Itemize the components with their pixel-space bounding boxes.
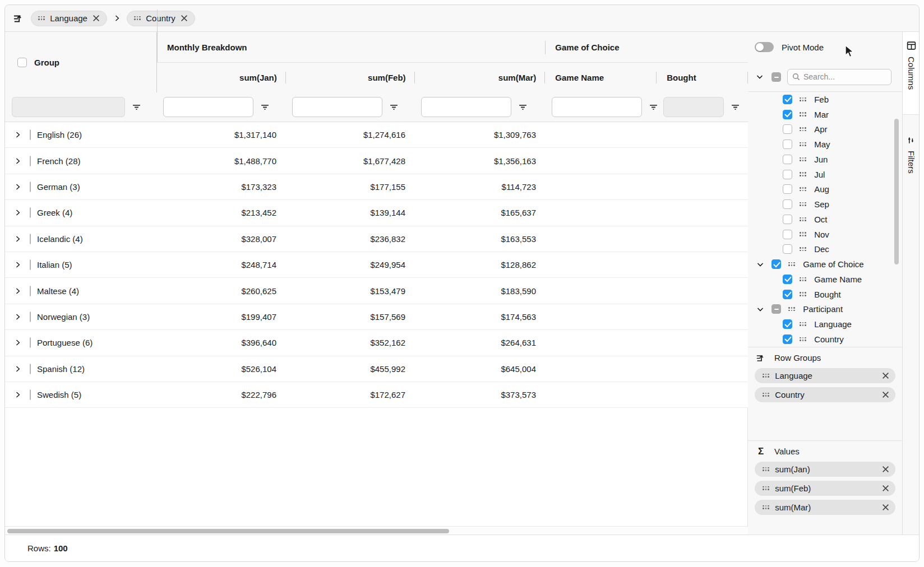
expand-chevron-icon[interactable] xyxy=(14,157,30,165)
drag-handle-icon[interactable] xyxy=(800,277,806,282)
drag-handle-icon[interactable] xyxy=(800,292,806,296)
checkbox-row-select[interactable] xyxy=(30,207,31,218)
horizontal-scrollbar-thumb[interactable] xyxy=(7,529,449,533)
select-all-checkbox[interactable] xyxy=(17,58,27,67)
column-tree-item-sep[interactable]: Sep xyxy=(748,197,902,212)
table-row[interactable]: Maltese (4)$260,625$153,479$183,590 xyxy=(5,278,748,304)
column-tree-item-jul[interactable]: Jul xyxy=(748,167,902,182)
checkbox-tree[interactable] xyxy=(783,275,792,284)
checkbox-tree[interactable] xyxy=(783,184,792,194)
column-tree-item-game-name[interactable]: Game Name xyxy=(748,272,902,287)
tree-expand-chevron-icon[interactable] xyxy=(756,260,765,269)
expand-chevron-icon[interactable] xyxy=(14,313,30,320)
checkbox-tree[interactable] xyxy=(783,199,792,209)
drag-handle-icon[interactable] xyxy=(800,217,806,222)
checkbox-tree[interactable] xyxy=(783,244,792,254)
drag-handle-icon[interactable] xyxy=(800,127,806,132)
filter-menu-icon[interactable] xyxy=(518,103,528,112)
drag-handle-icon[interactable] xyxy=(800,112,806,117)
drag-handle-icon[interactable] xyxy=(134,16,141,21)
checkbox-row-select[interactable] xyxy=(30,286,31,296)
checkbox-tree[interactable] xyxy=(783,170,792,179)
table-row[interactable]: Greek (4)$213,452$139,144$165,637 xyxy=(5,200,748,226)
checkbox-row-select[interactable] xyxy=(30,259,31,270)
value-chip-sum-jan-[interactable]: sum(Jan) xyxy=(755,462,895,477)
group-column-header[interactable]: Group xyxy=(5,32,156,92)
table-row[interactable]: Portuguese (6)$396,640$352,162$264,631 xyxy=(5,330,748,356)
expand-chevron-icon[interactable] xyxy=(14,183,30,190)
checkbox-tree[interactable] xyxy=(783,215,792,224)
filter-menu-icon[interactable] xyxy=(132,103,141,112)
column-header-game-name[interactable]: Game Name xyxy=(545,63,657,92)
checkbox-tree[interactable] xyxy=(783,110,792,119)
expand-chevron-icon[interactable] xyxy=(14,339,30,346)
checkbox-row-select[interactable] xyxy=(30,364,31,374)
checkbox-row-select[interactable] xyxy=(30,389,31,400)
close-icon[interactable] xyxy=(882,504,889,511)
filter-input-game-name[interactable] xyxy=(552,97,642,117)
column-tree-item-apr[interactable]: Apr xyxy=(748,122,902,137)
column-tree-item-feb[interactable]: Feb xyxy=(748,92,902,107)
drag-handle-icon[interactable] xyxy=(800,232,806,236)
table-row[interactable]: Spanish (12)$526,104$455,992$645,004 xyxy=(5,356,748,382)
column-header-sum-jan-[interactable]: sum(Jan) xyxy=(157,63,286,92)
column-tree-item-country[interactable]: Country xyxy=(748,332,902,347)
drag-handle-icon[interactable] xyxy=(788,307,795,312)
checkbox-tree[interactable] xyxy=(783,334,792,344)
drag-handle-icon[interactable] xyxy=(763,374,769,378)
tab-columns[interactable]: Columns xyxy=(903,32,920,115)
close-icon[interactable] xyxy=(882,485,889,492)
checkbox-tree[interactable] xyxy=(783,140,792,149)
filter-menu-icon[interactable] xyxy=(731,103,740,112)
checkbox-row-select[interactable] xyxy=(30,337,31,348)
checkbox-tree[interactable] xyxy=(783,155,792,164)
checkbox-tree[interactable] xyxy=(783,124,792,134)
drag-handle-icon[interactable] xyxy=(800,337,806,342)
checkbox-tree[interactable] xyxy=(771,304,781,314)
column-tree-item-oct[interactable]: Oct xyxy=(748,212,902,227)
table-row[interactable]: Icelandic (4)$328,007$236,832$163,553 xyxy=(5,226,748,252)
filter-input-sum-jan-[interactable] xyxy=(163,97,253,117)
group-chip-country[interactable]: Country xyxy=(127,11,195,26)
value-chip-sum-feb-[interactable]: sum(Feb) xyxy=(755,481,895,496)
columns-tree-scrollbar-thumb[interactable] xyxy=(894,119,899,264)
column-tree-item-dec[interactable]: Dec xyxy=(748,242,902,257)
drag-handle-icon[interactable] xyxy=(800,187,806,192)
drag-handle-icon[interactable] xyxy=(788,262,795,267)
drag-handle-icon[interactable] xyxy=(763,393,769,397)
drag-handle-icon[interactable] xyxy=(800,172,806,176)
row-group-chip-country[interactable]: Country xyxy=(755,387,895,402)
column-search-input[interactable] xyxy=(787,69,891,85)
column-header-sum-feb-[interactable]: sum(Feb) xyxy=(286,63,415,92)
column-tree-item-nov[interactable]: Nov xyxy=(748,227,902,242)
checkbox-row-select[interactable] xyxy=(30,156,31,166)
column-tree-item-game-of-choice[interactable]: Game of Choice xyxy=(748,257,902,272)
drag-handle-icon[interactable] xyxy=(800,247,806,252)
drag-handle-icon[interactable] xyxy=(800,97,806,102)
column-tree-item-may[interactable]: May xyxy=(748,137,902,152)
table-row[interactable]: French (28)$1,488,770$1,677,428$1,356,16… xyxy=(5,148,748,174)
drag-handle-icon[interactable] xyxy=(800,157,806,162)
table-row[interactable]: German (3)$173,323$177,155$114,723 xyxy=(5,174,748,200)
drag-handle-icon[interactable] xyxy=(800,142,806,147)
filter-input-sum-mar-[interactable] xyxy=(421,97,511,117)
column-tree-item-jun[interactable]: Jun xyxy=(748,152,902,167)
pivot-mode-toggle[interactable] xyxy=(755,42,774,52)
group-chip-language[interactable]: Language xyxy=(31,11,107,26)
checkbox-row-select[interactable] xyxy=(30,182,31,192)
expand-chevron-icon[interactable] xyxy=(14,209,30,216)
expand-chevron-icon[interactable] xyxy=(14,235,30,243)
checkbox-row-select[interactable] xyxy=(30,312,31,322)
column-tree-item-mar[interactable]: Mar xyxy=(748,107,902,122)
close-icon[interactable] xyxy=(882,372,889,379)
expand-chevron-icon[interactable] xyxy=(14,391,30,398)
checkbox-tree[interactable] xyxy=(783,95,792,104)
checkbox-tree[interactable] xyxy=(783,290,792,299)
table-row[interactable]: English (26)$1,317,140$1,274,616$1,309,7… xyxy=(5,122,748,148)
table-row[interactable]: Italian (5)$248,714$249,954$128,862 xyxy=(5,252,748,278)
column-header-sum-mar-[interactable]: sum(Mar) xyxy=(415,63,546,92)
checkbox-row-select[interactable] xyxy=(30,129,31,140)
expand-chevron-icon[interactable] xyxy=(14,365,30,373)
column-tree-item-aug[interactable]: Aug xyxy=(748,182,902,197)
drag-handle-icon[interactable] xyxy=(763,486,769,491)
